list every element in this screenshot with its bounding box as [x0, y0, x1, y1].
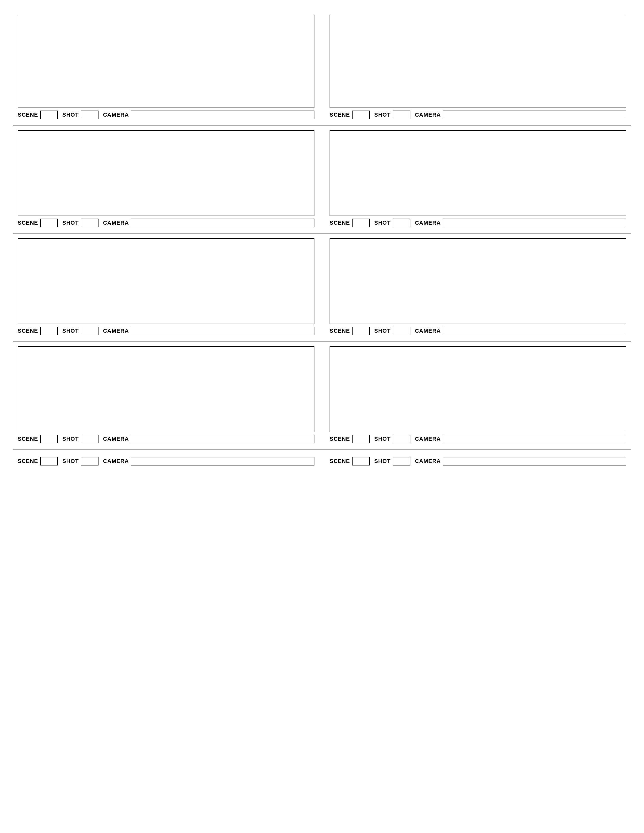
scene-input-1-left[interactable]	[40, 111, 58, 119]
image-box-2-left	[18, 130, 314, 216]
shot-label-4-left: SHOT	[63, 436, 79, 442]
scene-input-1-right[interactable]	[352, 111, 370, 119]
camera-input-3-right[interactable]	[443, 326, 626, 335]
info-row-5-left: SCENE SHOT CAMERA	[18, 454, 314, 467]
camera-label-3-left: CAMERA	[103, 328, 129, 334]
panel-1-right: SCENE SHOT CAMERA	[322, 10, 631, 125]
shot-input-1-left[interactable]	[81, 111, 98, 119]
camera-label-5-right: CAMERA	[415, 458, 441, 465]
info-row-4-right: SCENE SHOT CAMERA	[330, 432, 626, 445]
shot-label-5-left: SHOT	[63, 458, 79, 465]
info-row-1-right: SCENE SHOT CAMERA	[330, 108, 626, 121]
panel-3-left: SCENE SHOT CAMERA	[13, 234, 322, 341]
scene-input-5-left[interactable]	[40, 457, 58, 465]
image-box-1-right	[330, 14, 626, 108]
camera-input-5-right[interactable]	[443, 457, 626, 465]
storyboard-row-2: SCENE SHOT CAMERA SCENE SHOT CAMERA	[13, 126, 631, 233]
storyboard-row-1: SCENE SHOT CAMERA SCENE SHOT CAMERA	[13, 10, 631, 125]
shot-input-3-right[interactable]	[393, 326, 411, 335]
shot-label-2-left: SHOT	[63, 220, 79, 226]
panel-4-left: SCENE SHOT CAMERA	[13, 342, 322, 449]
shot-input-1-right[interactable]	[393, 111, 411, 119]
image-box-1-left	[18, 14, 314, 108]
shot-label-3-right: SHOT	[374, 328, 391, 334]
camera-input-2-left[interactable]	[131, 219, 314, 227]
panel-1-left: SCENE SHOT CAMERA	[13, 10, 322, 125]
info-row-5-right: SCENE SHOT CAMERA	[330, 454, 626, 467]
image-box-3-right	[330, 238, 626, 324]
camera-input-2-right[interactable]	[443, 219, 626, 227]
info-row-4-left: SCENE SHOT CAMERA	[18, 432, 314, 445]
scene-label-2-left: SCENE	[18, 220, 38, 226]
scene-input-4-left[interactable]	[40, 435, 58, 443]
shot-label-4-right: SHOT	[374, 436, 391, 442]
storyboard-row-4: SCENE SHOT CAMERA SCENE SHOT CAMERA	[13, 342, 631, 449]
camera-label-2-left: CAMERA	[103, 220, 129, 226]
shot-input-4-right[interactable]	[393, 435, 411, 443]
camera-input-4-left[interactable]	[131, 435, 314, 443]
storyboard-row-3: SCENE SHOT CAMERA SCENE SHOT CAMERA	[13, 234, 631, 341]
scene-input-5-right[interactable]	[352, 457, 370, 465]
shot-label-1-right: SHOT	[374, 112, 391, 118]
camera-label-5-left: CAMERA	[103, 458, 129, 465]
scene-label-5-left: SCENE	[18, 458, 38, 465]
scene-input-4-right[interactable]	[352, 435, 370, 443]
info-row-2-right: SCENE SHOT CAMERA	[330, 216, 626, 229]
panel-3-right: SCENE SHOT CAMERA	[322, 234, 631, 341]
shot-label-1-left: SHOT	[63, 112, 79, 118]
camera-label-4-right: CAMERA	[415, 436, 441, 442]
shot-input-5-left[interactable]	[81, 457, 98, 465]
shot-label-5-right: SHOT	[374, 458, 391, 465]
camera-input-1-left[interactable]	[131, 111, 314, 119]
image-box-2-right	[330, 130, 626, 216]
image-box-4-left	[18, 346, 314, 432]
panel-2-left: SCENE SHOT CAMERA	[13, 126, 322, 233]
shot-input-3-left[interactable]	[81, 326, 98, 335]
scene-input-3-left[interactable]	[40, 326, 58, 335]
scene-input-3-right[interactable]	[352, 326, 370, 335]
image-box-4-right	[330, 346, 626, 432]
camera-label-1-right: CAMERA	[415, 112, 441, 118]
camera-input-5-left[interactable]	[131, 457, 314, 465]
scene-label-1-left: SCENE	[18, 112, 38, 118]
scene-input-2-right[interactable]	[352, 219, 370, 227]
panel-2-right: SCENE SHOT CAMERA	[322, 126, 631, 233]
info-row-3-left: SCENE SHOT CAMERA	[18, 324, 314, 337]
camera-input-1-right[interactable]	[443, 111, 626, 119]
scene-label-3-right: SCENE	[330, 328, 350, 334]
panel-5-left: SCENE SHOT CAMERA	[13, 450, 322, 471]
scene-label-3-left: SCENE	[18, 328, 38, 334]
info-row-2-left: SCENE SHOT CAMERA	[18, 216, 314, 229]
camera-label-2-right: CAMERA	[415, 220, 441, 226]
panel-5-right: SCENE SHOT CAMERA	[322, 450, 631, 471]
shot-input-4-left[interactable]	[81, 435, 98, 443]
shot-label-2-right: SHOT	[374, 220, 391, 226]
shot-input-2-right[interactable]	[393, 219, 411, 227]
shot-input-5-right[interactable]	[393, 457, 411, 465]
storyboard-page: SCENE SHOT CAMERA SCENE SHOT CAMERA	[13, 10, 631, 471]
scene-label-2-right: SCENE	[330, 220, 350, 226]
scene-input-2-left[interactable]	[40, 219, 58, 227]
panel-4-right: SCENE SHOT CAMERA	[322, 342, 631, 449]
scene-label-5-right: SCENE	[330, 458, 350, 465]
image-box-3-left	[18, 238, 314, 324]
scene-label-4-right: SCENE	[330, 436, 350, 442]
scene-label-1-right: SCENE	[330, 112, 350, 118]
camera-label-1-left: CAMERA	[103, 112, 129, 118]
camera-label-4-left: CAMERA	[103, 436, 129, 442]
camera-input-4-right[interactable]	[443, 435, 626, 443]
camera-label-3-right: CAMERA	[415, 328, 441, 334]
info-row-3-right: SCENE SHOT CAMERA	[330, 324, 626, 337]
scene-label-4-left: SCENE	[18, 436, 38, 442]
storyboard-row-5: SCENE SHOT CAMERA SCENE SHOT CAMERA	[13, 450, 631, 471]
camera-input-3-left[interactable]	[131, 326, 314, 335]
shot-label-3-left: SHOT	[63, 328, 79, 334]
info-row-1-left: SCENE SHOT CAMERA	[18, 108, 314, 121]
shot-input-2-left[interactable]	[81, 219, 98, 227]
